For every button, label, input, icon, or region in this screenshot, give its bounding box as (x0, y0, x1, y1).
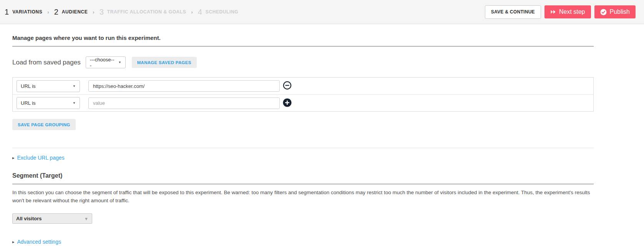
plus-circle-icon (283, 98, 292, 108)
step-number: 1 (5, 8, 9, 17)
publish-check-icon (600, 9, 607, 15)
url-condition-select[interactable]: URL is ▼ (17, 80, 80, 92)
load-saved-pages-label: Load from saved pages (12, 59, 81, 66)
step-label: VARIATIONS (12, 9, 42, 15)
url-conditions-group: URL is ▼ URL is ▼ (12, 77, 594, 112)
url-condition-row: URL is ▼ (13, 78, 593, 94)
caret-right-icon: ▸ (12, 239, 15, 244)
saved-pages-select[interactable]: ---choose--- ▼ (86, 56, 126, 68)
step-scheduling[interactable]: 4 SCHEDULING (198, 8, 238, 17)
segment-target-heading: Segment (Target) (12, 172, 594, 184)
step-separator: › (47, 9, 49, 15)
section-divider (12, 148, 594, 148)
step-separator: › (191, 9, 193, 15)
wizard-header: 1 VARIATIONS › 2 AUDIENCE › 3 TRAFFIC AL… (0, 0, 644, 24)
step-number: 2 (54, 8, 58, 17)
chevron-down-icon: ▼ (118, 61, 121, 64)
caret-right-icon: ▸ (12, 155, 15, 160)
step-separator: › (93, 9, 94, 15)
manage-saved-pages-button[interactable]: MANAGE SAVED PAGES (132, 57, 197, 68)
url-condition-row: URL is ▼ (13, 94, 593, 111)
segment-visitors-select[interactable]: All visitors ▼ (12, 213, 92, 224)
url-value-input[interactable] (88, 80, 280, 92)
segment-description: In this section you can choose the segme… (12, 188, 594, 205)
saved-pages-select-value: ---choose--- (90, 57, 115, 68)
advanced-settings-link[interactable]: ▸ Advanced settings (12, 239, 61, 245)
header-actions: SAVE & CONTINUE Next step Publish (485, 5, 636, 19)
manage-pages-heading: Manage pages where you want to run this … (12, 24, 594, 46)
audience-step-content: Manage pages where you want to run this … (12, 24, 594, 245)
url-value-input[interactable] (88, 97, 280, 109)
fast-forward-icon (550, 9, 556, 15)
exclude-url-pages-link[interactable]: ▸ Exclude URL pages (12, 155, 65, 161)
url-condition-select[interactable]: URL is ▼ (17, 97, 80, 109)
publish-label: Publish (610, 8, 630, 15)
next-step-label: Next step (559, 8, 585, 15)
url-condition-select-value: URL is (21, 100, 36, 106)
step-label: TRAFFIC ALLOCATION & GOALS (107, 9, 186, 15)
add-row-button[interactable] (283, 98, 292, 108)
advanced-settings-label: Advanced settings (17, 239, 61, 245)
step-number: 4 (198, 8, 202, 17)
minus-circle-icon (283, 81, 292, 91)
step-audience[interactable]: 2 AUDIENCE (54, 8, 88, 17)
step-label: SCHEDULING (206, 9, 238, 15)
remove-row-button[interactable] (283, 81, 292, 91)
save-page-grouping-button[interactable]: SAVE PAGE GROUPING (12, 119, 76, 130)
chevron-down-icon: ▼ (73, 84, 76, 88)
next-step-button[interactable]: Next step (544, 5, 591, 18)
step-traffic-allocation-goals[interactable]: 3 TRAFFIC ALLOCATION & GOALS (100, 8, 186, 17)
save-continue-button[interactable]: SAVE & CONTINUE (485, 5, 541, 19)
wizard-steps: 1 VARIATIONS › 2 AUDIENCE › 3 TRAFFIC AL… (5, 8, 238, 17)
publish-button[interactable]: Publish (594, 5, 636, 18)
chevron-down-icon: ▼ (73, 101, 76, 105)
url-condition-select-value: URL is (21, 83, 36, 89)
exclude-url-pages-label: Exclude URL pages (17, 155, 65, 161)
chevron-down-icon: ▼ (84, 216, 88, 221)
segment-visitors-select-value: All visitors (16, 216, 41, 221)
step-label: AUDIENCE (62, 9, 88, 15)
step-variations[interactable]: 1 VARIATIONS (5, 8, 42, 17)
step-number: 3 (100, 8, 104, 17)
load-saved-pages-row: Load from saved pages ---choose--- ▼ MAN… (12, 56, 594, 68)
